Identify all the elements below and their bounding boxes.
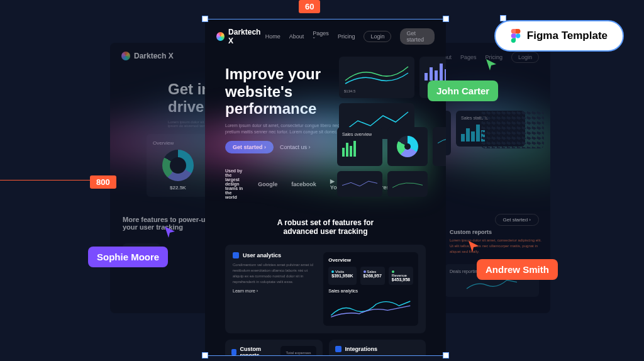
selection-handle-br[interactable] (443, 352, 449, 358)
brand-logo-icon (121, 52, 130, 60)
donut-chart-icon (162, 150, 194, 181)
brand-text: Darktech X (134, 52, 174, 60)
cta-get-started-button[interactable]: Get started › (225, 141, 274, 153)
nav-pages[interactable]: Pages ˅ (313, 30, 329, 43)
feature-card-analytics: User analytics Condimentum vel ultricies… (225, 245, 426, 333)
cursor-label-john: John Carter (428, 81, 498, 101)
hero-l1: Improve your (225, 65, 321, 82)
reports-icon (231, 349, 236, 355)
logo-google: Google (258, 181, 277, 187)
figma-logo-icon (511, 29, 521, 43)
feat1-desc: Condimentum vel ultricies amet pulvinar … (233, 262, 314, 285)
figma-template-badge[interactable]: Figma Template (494, 20, 624, 52)
cta-contact-button[interactable]: Contact us › (280, 144, 311, 150)
features-section: A robust set of features for advanced us… (205, 208, 446, 355)
nav-login[interactable]: Login (364, 31, 391, 42)
left-ov-title: Overview (153, 140, 203, 146)
right-card-title: Custom reports (450, 229, 544, 235)
left-overview-card: Overview $22.5K (147, 134, 209, 197)
artboard-center[interactable]: Darktech X Home About Pages ˅ Pricing Lo… (205, 19, 446, 355)
expenses-box: Total expenses $22,580 (280, 346, 316, 355)
right-custom-reports-card: Custom reports Lorem ipsum dolor sit ame… (450, 229, 544, 255)
integrations-icon (335, 346, 341, 352)
chevron-down-icon: ˅ (313, 36, 316, 43)
cursor-sophie-icon (164, 225, 177, 239)
center-donut (397, 136, 418, 157)
cursor-label-sophie: Sophie Moore (88, 247, 168, 267)
hero-l3: performance (225, 100, 316, 117)
selection-handle-bl[interactable] (202, 352, 208, 358)
feat1-link[interactable]: Learn more › (233, 289, 314, 293)
brand-logo-icon (216, 32, 225, 41)
cursor-john-icon (485, 58, 499, 72)
nav-get-started[interactable]: Get started (400, 28, 435, 45)
measurement-top: 60 (299, 0, 320, 13)
feature-card-integrations: Integrations Excepteur sint occaecat cup… (329, 340, 426, 355)
right-nav-login[interactable]: Login (511, 52, 539, 63)
feat3-title: Integrations (345, 346, 378, 352)
analytics-icon (233, 252, 239, 258)
logo-facebook: facebook (291, 181, 316, 187)
overview-section: Sales analytics (328, 289, 413, 293)
stat-sales: Sales $268,957 (360, 267, 385, 285)
overview-panel: Overview Visits $391,958K Sales $268,957 (323, 252, 418, 326)
sparkline-1 (344, 62, 409, 87)
feat2-title: Custom reports (240, 346, 272, 355)
cursor-label-andrew: Andrew Smith (477, 259, 558, 280)
feature-card-reports: Custom reports Lorem ipsum dolor sit ame… (225, 340, 323, 355)
right-map-card (481, 111, 544, 148)
center-nav: Darktech X Home About Pages ˅ Pricing Lo… (205, 19, 446, 54)
svg-point-0 (516, 33, 520, 38)
logos-lead: Used by the largest design teams in the … (225, 169, 244, 199)
nav-pricing[interactable]: Pricing (338, 33, 355, 40)
brand-left: Darktech X (121, 52, 174, 60)
brand-center: Darktech X (216, 28, 265, 45)
stat-visits: Visits $391,958K (328, 267, 356, 285)
measurement-left: 800 (90, 175, 116, 189)
right-get-started-pill[interactable]: Get started › (495, 214, 539, 226)
feat1-title: User analytics (243, 252, 281, 258)
right-card-desc: Lorem ipsum dolor sit amet, consectetur … (450, 238, 544, 255)
nav-about[interactable]: About (289, 33, 304, 40)
stat-revenue: Revenue $453,958 (389, 267, 413, 285)
overview-chart (328, 296, 413, 318)
nav-home[interactable]: Home (265, 33, 280, 40)
brand-text: Darktech X (228, 28, 265, 45)
hero-dashboard-row2: Sales overview (337, 127, 446, 197)
left-hero-l2: drive (168, 98, 204, 115)
cursor-andrew-icon (467, 240, 480, 252)
left-ov-value: $22.5K (153, 185, 203, 191)
selection-edge-top (205, 19, 446, 19)
right-nav-pages[interactable]: Pages (460, 54, 477, 60)
features-heading: A robust set of features for advanced us… (263, 218, 389, 236)
hero-l2: website's (225, 83, 292, 100)
overview-title: Overview (328, 257, 413, 263)
selection-edge-bottom (205, 355, 446, 356)
selection-handle-tr[interactable] (443, 16, 449, 22)
selection-handle-tl[interactable] (202, 16, 208, 22)
figma-badge-label: Figma Template (527, 30, 608, 42)
